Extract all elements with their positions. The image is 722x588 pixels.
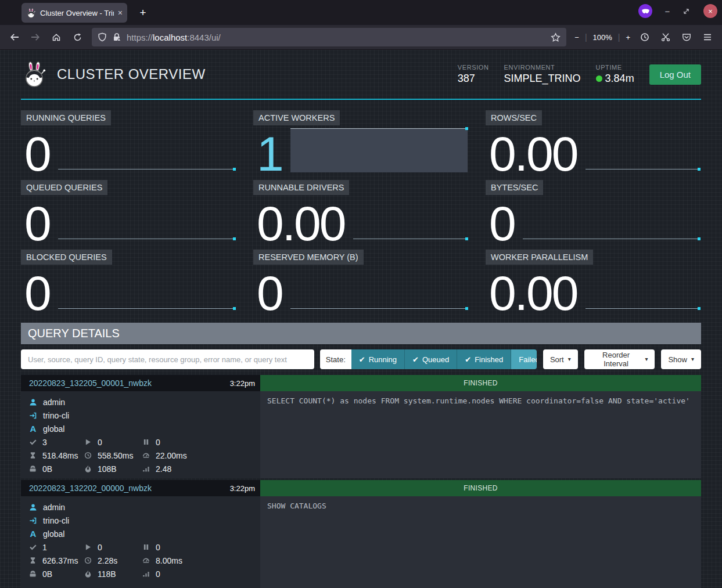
version-block: VERSION 387 [458,64,489,85]
running-splits-play-icon [84,438,92,446]
bookmark-star-icon[interactable] [551,33,561,42]
lock-warning-icon[interactable] [112,33,121,42]
zoom-out-button[interactable]: − [572,33,581,42]
tile-queued-queries: QUEUED QUERIES 0 [21,180,236,244]
version-value: 387 [458,73,489,85]
state-queued-button[interactable]: ✔Queued [404,349,457,369]
sparkline [353,239,468,239]
tile-value: 0 [489,204,515,244]
query-source: trino-cli [43,411,69,420]
query-id-link[interactable]: 20220823_132202_00000_nwbzk [29,484,152,493]
screenshot-scissors-icon[interactable] [657,28,674,46]
tile-value: 1 [257,134,282,174]
uptime-block: UPTIME 3.84m [596,64,634,85]
parallelism-eq-icon [142,465,150,472]
sparkline [290,308,468,309]
query-details-section: QUERY DETAILS State: ✔Running ✔Queued ✔F… [21,323,701,588]
uptime-value: 3.84m [605,73,634,85]
check-icon: ✔ [412,355,419,364]
page-title: CLUSTER OVERVIEW [57,66,206,82]
tab-title: Cluster Overview - Trino [40,9,114,17]
tile-value: 0 [24,273,50,313]
menu-hamburger-icon[interactable] [699,28,716,46]
tile-value: 0 [257,273,282,313]
query-time: 3:22pm [230,484,255,493]
state-running-button[interactable]: ✔Running [351,349,404,369]
queued-splits-pause-icon [142,438,150,446]
logout-button[interactable]: Log Out [649,64,701,85]
tab-close-icon[interactable]: × [118,8,123,17]
peak-memory-fire-icon [84,465,92,472]
state-filter-label: State: [320,349,351,369]
new-tab-button[interactable]: + [135,5,151,21]
query-resource-group: global [43,424,64,434]
sort-dropdown[interactable]: Sort▾ [543,349,578,369]
tile-value: 0.00 [489,134,577,174]
stat-tiles: RUNNING QUERIES 0 ACTIVE WORKERS 1 ROWS/… [21,110,701,313]
check-icon: ✔ [465,355,471,364]
user-icon [29,503,37,511]
state-failed-dropdown[interactable]: Failed▾ [511,349,537,369]
tile-blocked-queries: BLOCKED QUERIES 0 [21,250,236,313]
trino-cluster-overview-page: CLUSTER OVERVIEW VERSION 387 ENVIRONMENT… [0,50,722,588]
sparkline [58,169,235,169]
environment-block: ENVIRONMENT SIMPLE_TRINO [504,64,581,85]
check-icon: ✔ [359,355,365,364]
history-clock-icon[interactable] [636,28,653,46]
tile-active-workers: ACTIVE WORKERS 1 [253,110,469,174]
trino-favicon [26,8,36,18]
uptime-status-dot [596,75,602,82]
sparkline [585,308,701,309]
trino-logo [21,61,48,88]
tile-value: 0.00 [257,204,345,244]
window-restore-button[interactable] [683,8,694,15]
query-status-bar: FINISHED [260,375,701,391]
completed-splits-check-icon [29,438,37,446]
back-button[interactable] [6,28,23,46]
forward-button[interactable] [27,28,44,46]
reload-button[interactable] [69,28,86,46]
source-login-icon [29,517,37,525]
chevron-down-icon: ▾ [568,356,571,362]
reorder-interval-dropdown[interactable]: Reorder Interval▾ [584,349,655,369]
pocket-icon[interactable] [678,28,695,46]
tracking-shield-icon[interactable] [98,33,107,42]
user-icon [29,398,37,406]
private-browsing-icon [638,4,652,18]
browser-tab[interactable]: Cluster Overview - Trino × [21,3,127,23]
source-login-icon [29,412,37,420]
window-minimize-button[interactable]: − [662,6,673,16]
running-splits-play-icon [84,543,92,551]
state-filter-group: State: ✔Running ✔Queued ✔Finished Failed… [320,349,537,369]
query-resource-group: global [43,529,64,539]
query-search-input[interactable] [21,349,314,369]
home-button[interactable] [48,28,65,46]
sparkline-filled [290,128,468,172]
query-user: admin [43,398,65,407]
zoom-level[interactable]: 100% [591,33,615,42]
query-source: trino-cli [43,516,69,525]
wall-time-hourglass-icon [29,452,37,459]
query-sql-text: SELECT COUNT(*) as nodes FROM system.run… [260,391,701,478]
resource-group-icon: A [29,424,37,434]
sparkline [58,308,235,309]
cpu-time-gauge-icon [142,557,150,564]
tile-running-queries: RUNNING QUERIES 0 [21,110,236,174]
chevron-down-icon: ▾ [691,356,694,362]
window-close-button[interactable]: × [703,4,717,18]
parallelism-eq-icon [142,570,150,578]
tile-rows-sec: ROWS/SEC 0.00 [486,110,701,174]
state-finished-button[interactable]: ✔Finished [457,349,511,369]
queued-splits-pause-icon [142,543,150,551]
query-id-link[interactable]: 20220823_132205_00001_nwbzk [29,378,152,388]
zoom-in-button[interactable]: + [623,33,633,42]
app-header: CLUSTER OVERVIEW VERSION 387 ENVIRONMENT… [21,50,701,100]
query-filter-bar: State: ✔Running ✔Queued ✔Finished Failed… [21,349,701,369]
resource-group-icon: A [29,529,37,539]
cpu-time-gauge-icon [142,452,150,459]
query-time: 3:22pm [230,379,255,388]
show-dropdown[interactable]: Show▾ [661,349,701,369]
query-card: 20220823_132205_00001_nwbzk 3:22pm FINIS… [21,375,701,478]
sparkline [523,239,700,239]
url-bar[interactable]: https://localhost:8443/ui/ [92,28,566,46]
